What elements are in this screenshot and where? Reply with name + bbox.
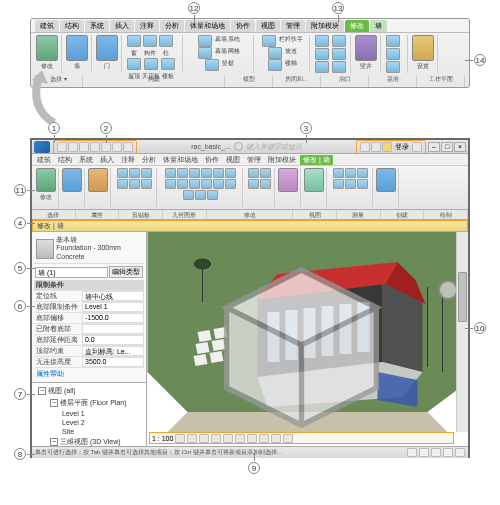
create-icon[interactable] (304, 168, 324, 192)
railing-icon[interactable] (262, 35, 276, 47)
tab-arch[interactable]: 建筑 (35, 20, 59, 32)
prop-value[interactable]: -1500.0 (82, 313, 144, 323)
scale-icon[interactable] (201, 179, 212, 189)
reveal-icon[interactable] (283, 434, 293, 443)
offset-icon[interactable] (189, 168, 200, 178)
group-icon[interactable] (195, 190, 206, 200)
visual-style-icon[interactable] (187, 434, 197, 443)
prop-value[interactable]: 墙中心线 (82, 291, 144, 301)
temp-hide-icon[interactable] (271, 434, 281, 443)
cope-icon[interactable] (129, 179, 140, 189)
curtain-grid-icon[interactable] (198, 47, 212, 59)
qat-measure-icon[interactable] (112, 142, 122, 152)
tab-manage[interactable]: 管理 (281, 20, 305, 32)
curtain-system-icon[interactable] (198, 35, 212, 47)
other-icon[interactable] (376, 168, 396, 192)
sun-path-icon[interactable] (199, 434, 209, 443)
properties-help-link[interactable]: 属性帮助 (34, 368, 144, 380)
qat-save-icon[interactable] (68, 142, 78, 152)
paste-icon[interactable] (88, 168, 108, 192)
prop-value[interactable]: Level 1 (82, 302, 144, 312)
arc-icon[interactable] (345, 179, 356, 189)
move-icon[interactable] (177, 168, 188, 178)
tab-collab[interactable]: 协作 (231, 20, 255, 32)
pin-icon[interactable] (213, 179, 224, 189)
copy-icon[interactable] (129, 168, 140, 178)
star-icon[interactable] (382, 142, 392, 152)
view-icon[interactable] (248, 179, 259, 189)
collapse-icon[interactable]: − (50, 438, 58, 446)
vertical-scrollbar[interactable] (456, 232, 468, 432)
align-icon[interactable] (165, 168, 176, 178)
mirror-icon[interactable] (201, 168, 212, 178)
minimize-button[interactable]: – (428, 142, 440, 152)
model-tool-icon[interactable] (332, 48, 346, 60)
wall-icon[interactable] (66, 35, 88, 61)
set-icon[interactable] (412, 35, 434, 61)
trim-icon[interactable] (225, 168, 236, 178)
detail-level-icon[interactable] (175, 434, 185, 443)
app-logo-icon[interactable] (34, 141, 50, 153)
split-icon[interactable] (141, 179, 152, 189)
select-links-icon[interactable] (431, 448, 441, 457)
help-icon[interactable] (412, 142, 422, 152)
tree-root[interactable]: −视图 (all) (34, 385, 144, 397)
datum-icon[interactable] (386, 35, 400, 47)
crop-view-icon[interactable] (235, 434, 245, 443)
qat-redo-icon[interactable] (90, 142, 100, 152)
tab-sys[interactable]: 系统 (76, 155, 96, 165)
prop-value[interactable]: 3500.0 (82, 357, 144, 367)
delete-icon[interactable] (183, 190, 194, 200)
viewcube[interactable] (147, 238, 462, 446)
rendering-icon[interactable] (223, 434, 233, 443)
workset-icon[interactable] (407, 448, 417, 457)
match-icon[interactable] (141, 168, 152, 178)
qat-undo-icon[interactable] (79, 142, 89, 152)
collapse-icon[interactable]: − (38, 387, 46, 395)
tab-struct[interactable]: 结构 (60, 20, 84, 32)
qat-print-icon[interactable] (101, 142, 111, 152)
drawing-area[interactable]: 1 : 100 (147, 232, 468, 446)
roof-icon[interactable] (127, 58, 141, 70)
tab-anno[interactable]: 注释 (118, 155, 138, 165)
scale-control[interactable]: 1 : 100 (152, 435, 173, 442)
collapse-icon[interactable]: − (50, 399, 58, 407)
line-icon[interactable] (333, 168, 344, 178)
door-icon[interactable] (96, 35, 118, 61)
column-icon[interactable] (159, 35, 173, 47)
qat-open-icon[interactable] (57, 142, 67, 152)
tab-annotate[interactable]: 注释 (135, 20, 159, 32)
datum-icon[interactable] (386, 48, 400, 60)
tab-collab[interactable]: 协作 (202, 155, 222, 165)
rotate-icon[interactable] (213, 168, 224, 178)
spline-icon[interactable] (357, 179, 368, 189)
split2-icon[interactable] (177, 179, 188, 189)
component-icon[interactable] (143, 35, 157, 47)
floor-icon[interactable] (161, 58, 175, 70)
maximize-button[interactable]: □ (441, 142, 453, 152)
signin-button[interactable]: 登录 (393, 142, 411, 152)
modify-tool-icon[interactable] (36, 35, 58, 61)
window-icon[interactable] (127, 35, 141, 47)
tab-arch[interactable]: 建筑 (34, 155, 54, 165)
lock-3d-icon[interactable] (259, 434, 269, 443)
model-tool-icon[interactable] (332, 35, 346, 47)
measure-icon[interactable] (278, 168, 298, 192)
model-tool-icon[interactable] (315, 35, 329, 47)
modify-icon[interactable] (36, 168, 56, 192)
tab-view[interactable]: 视图 (256, 20, 280, 32)
poly-icon[interactable] (357, 168, 368, 178)
tab-struct[interactable]: 结构 (55, 155, 75, 165)
close-button[interactable]: × (454, 142, 466, 152)
shaft-icon[interactable] (355, 35, 377, 61)
scroll-thumb[interactable] (458, 272, 467, 322)
cut-icon[interactable] (117, 168, 128, 178)
mullion-icon[interactable] (205, 59, 219, 71)
extend-icon[interactable] (165, 179, 176, 189)
model-tool-icon[interactable] (332, 61, 346, 73)
prop-value[interactable]: 直到标高: Le... (82, 346, 144, 356)
tab-modify[interactable]: 修改 (345, 20, 369, 32)
edit-type-button[interactable]: 编辑类型 (109, 266, 143, 278)
ramp-icon[interactable] (268, 47, 282, 59)
ceiling-icon[interactable] (144, 58, 158, 70)
